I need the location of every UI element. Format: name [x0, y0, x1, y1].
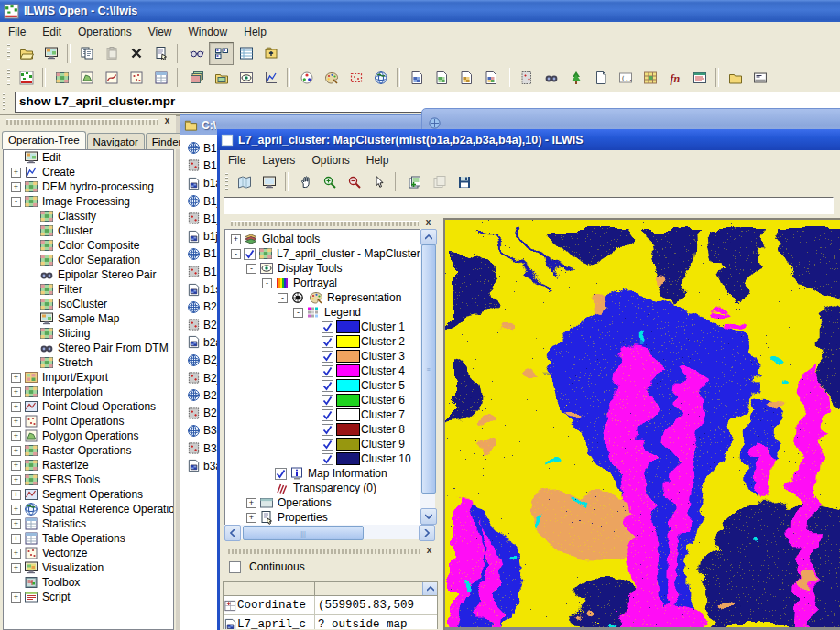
- checkbox[interactable]: [322, 380, 333, 392]
- tree-item[interactable]: +Polygon Operations: [4, 429, 173, 443]
- redraw-button[interactable]: [256, 170, 281, 193]
- toolbar-grip[interactable]: [7, 44, 10, 62]
- properties-button[interactable]: [148, 42, 173, 65]
- status-row[interactable]: L7_april_c? outside map: [224, 615, 437, 629]
- stereo-pair-button[interactable]: [539, 66, 563, 89]
- import-raster-blue-button[interactable]: [404, 66, 429, 89]
- toolbar-grip[interactable]: [7, 69, 10, 87]
- tree-item[interactable]: +DEM hydro-processing: [4, 179, 173, 194]
- layer-tree-item[interactable]: Cluster 2: [225, 334, 421, 349]
- tree-button[interactable]: [563, 66, 588, 89]
- layer-tree-item[interactable]: +Properties: [225, 510, 421, 525]
- tree-item[interactable]: +Import/Export: [4, 370, 173, 385]
- expand-icon[interactable]: +: [11, 490, 21, 500]
- menu-item-file[interactable]: File: [220, 152, 254, 168]
- map-list-button[interactable]: [184, 66, 209, 89]
- layer-tree-item[interactable]: -L7_april_cluster - MapCluster(mlis: [225, 246, 421, 261]
- expand-icon[interactable]: +: [11, 519, 21, 529]
- checkbox[interactable]: [322, 409, 333, 421]
- layer-tree-item[interactable]: Cluster 5: [225, 378, 421, 393]
- show-map-button[interactable]: [38, 42, 63, 65]
- scroll-down-icon[interactable]: [420, 508, 437, 525]
- panel-close-icon[interactable]: x: [161, 115, 173, 127]
- expand-icon[interactable]: +: [11, 182, 21, 192]
- status-col-value[interactable]: [315, 582, 422, 595]
- select-arrow-button[interactable]: [366, 170, 391, 193]
- add-layer-button[interactable]: [402, 170, 427, 193]
- tree-item[interactable]: +Spatial Reference Operations: [4, 502, 173, 516]
- info-dock-header[interactable]: x: [222, 545, 438, 557]
- panel-grip[interactable]: [6, 119, 158, 125]
- tree-item[interactable]: +Point Operations: [4, 414, 173, 429]
- collapse-icon[interactable]: -: [278, 293, 288, 303]
- layer-tree-item[interactable]: Cluster 8: [225, 422, 421, 437]
- tree-item[interactable]: Sample Map: [4, 311, 173, 326]
- open-file-button[interactable]: [14, 42, 38, 65]
- layer-tree-item[interactable]: Cluster 6: [225, 393, 421, 407]
- icons-view-button[interactable]: [209, 42, 234, 65]
- tree-item[interactable]: +Rasterize: [4, 458, 173, 472]
- menu-item-help[interactable]: Help: [235, 24, 275, 40]
- expand-icon[interactable]: +: [11, 563, 21, 573]
- entire-map-button[interactable]: [232, 170, 256, 193]
- layer-tree-item[interactable]: +Global tools: [225, 232, 421, 246]
- tree-item[interactable]: Toolbox: [4, 575, 173, 590]
- palette-button[interactable]: [319, 66, 344, 89]
- tree-item[interactable]: Cluster: [4, 223, 173, 238]
- expand-icon[interactable]: +: [11, 168, 21, 178]
- hscroll-thumb[interactable]: |||: [243, 526, 364, 540]
- scroll-left-icon[interactable]: [224, 525, 241, 541]
- menu-item-layers[interactable]: Layers: [254, 152, 303, 168]
- expand-icon[interactable]: +: [11, 475, 21, 485]
- tree-item[interactable]: Stretch: [4, 355, 173, 370]
- new-page-button[interactable]: [588, 66, 613, 89]
- checkbox[interactable]: [322, 453, 333, 465]
- scroll-up-icon[interactable]: [420, 229, 437, 245]
- color-dots-button[interactable]: [294, 66, 319, 89]
- table-operation-button[interactable]: [148, 66, 173, 89]
- menu-item-options[interactable]: Options: [303, 152, 357, 168]
- graph-button[interactable]: [258, 66, 283, 89]
- collapse-icon[interactable]: -: [231, 249, 241, 259]
- scroll-right-icon[interactable]: [419, 525, 435, 541]
- continuous-checkbox[interactable]: [229, 561, 241, 573]
- copy-button[interactable]: [74, 42, 99, 65]
- vscroll-thumb[interactable]: ≡: [421, 244, 436, 494]
- layer-tree-item[interactable]: Cluster 3: [225, 349, 421, 364]
- map-titlebar[interactable]: L7_april_cluster: MapCluster(mlist(b1a,b…: [217, 129, 840, 150]
- tree-item[interactable]: +Script: [4, 590, 173, 604]
- collapse-icon[interactable]: -: [262, 278, 272, 288]
- polygon-operation-button[interactable]: [74, 66, 99, 89]
- tree-item[interactable]: IsoCluster: [4, 297, 173, 311]
- tree-item[interactable]: +Visualization: [4, 560, 173, 575]
- expand-icon[interactable]: +: [11, 461, 21, 471]
- expand-icon[interactable]: +: [11, 402, 21, 412]
- layer-tree-item[interactable]: Cluster 9: [225, 437, 421, 451]
- point-operation-button[interactable]: [124, 66, 148, 89]
- layer-tree-item[interactable]: Cluster 4: [225, 364, 421, 378]
- script-lines-button[interactable]: [687, 66, 712, 89]
- checkbox[interactable]: [322, 365, 333, 377]
- globe-button[interactable]: [368, 66, 393, 89]
- menu-item-file[interactable]: File: [0, 24, 34, 40]
- tree-item[interactable]: +Statistics: [4, 516, 173, 531]
- import-raster-green-button[interactable]: [429, 66, 453, 89]
- collapse-icon[interactable]: -: [11, 197, 21, 207]
- info-dock-grip[interactable]: [228, 549, 420, 554]
- layer-tree-item[interactable]: Cluster 10: [225, 451, 421, 466]
- expand-icon[interactable]: +: [11, 534, 21, 544]
- zoom-out-button[interactable]: [342, 170, 366, 193]
- import-raster-gold-button[interactable]: [453, 66, 478, 89]
- tree-item[interactable]: +SEBS Tools: [4, 472, 173, 487]
- expand-icon[interactable]: +: [246, 513, 256, 523]
- ilwis-logo-button[interactable]: [14, 66, 38, 89]
- segment-operation-button[interactable]: [99, 66, 124, 89]
- tree-item[interactable]: +Raster Operations: [4, 443, 173, 458]
- status-row[interactable]: Coordinate(559905.83,509: [224, 596, 437, 615]
- toolbar-grip[interactable]: [225, 173, 228, 191]
- tree-item[interactable]: +Table Operations: [4, 531, 173, 546]
- tree-item[interactable]: Stereo Pair From DTM: [4, 341, 173, 355]
- checkbox[interactable]: [322, 424, 333, 436]
- tree-item[interactable]: Color Separation: [4, 253, 173, 267]
- tree-item[interactable]: Filter: [4, 282, 173, 297]
